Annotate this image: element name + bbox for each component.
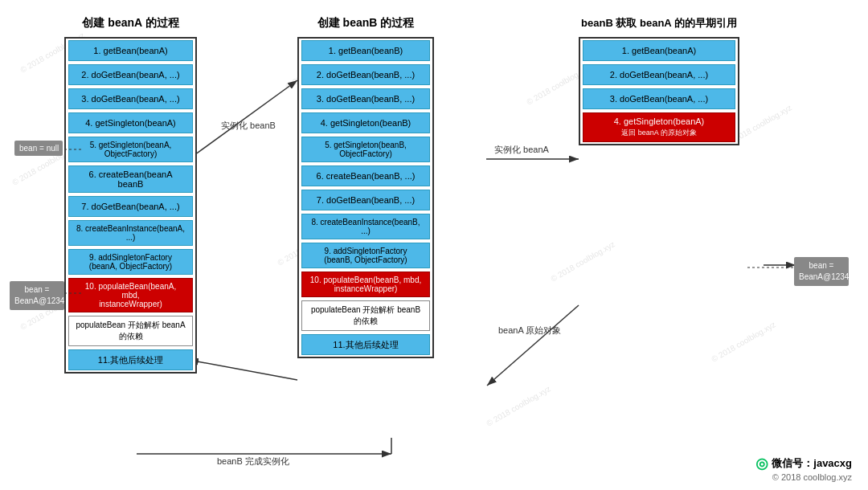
beana-step9: 9. addSingletonFactory(beanA, ObjectFact…: [68, 249, 193, 275]
beanb-step4: 4. getSingleton(beanB): [301, 112, 430, 133]
beanb-section: 创建 beanB 的过程 1. getBean(beanB) 2. doGetB…: [297, 16, 434, 358]
beana-step10-label: populateBean 开始解析 beanA 的依赖: [68, 316, 193, 346]
beana-step7: 7. doGetBean(beanA, ...): [68, 196, 193, 217]
beanb-step11: 11.其他后续处理: [301, 334, 430, 355]
beana-box: 1. getBean(beanA) 2. doGetBean(beanA, ..…: [64, 37, 197, 374]
beana-label-null: bean = null: [14, 141, 63, 156]
beana-step6: 6. createBean(beanA beanB: [68, 165, 193, 193]
beanb-step1: 1. getBean(beanB): [301, 40, 430, 61]
beanb-step10-label: populateBean 开始解析 beanB 的依赖: [301, 300, 430, 331]
brand-label: ◎ 微信号：javacxg: [755, 455, 852, 472]
beana-step3: 3. doGetBean(beanA, ...): [68, 88, 193, 109]
label-instantiate-beanb: 实例化 beanB: [221, 120, 276, 130]
svg-line-2: [189, 80, 297, 159]
earlyref-step4: 4. getSingleton(beanA) 返回 beanA 的原始对象: [583, 112, 735, 142]
beana-step4: 4. getSingleton(beanA): [68, 112, 193, 133]
beana-step5: 5. getSingleton(beanA,ObjectFactory): [68, 137, 193, 162]
label-beanb-complete: beanB 完成实例化: [217, 456, 289, 466]
beana-section: 创建 beanA 的过程 1. getBean(beanA) 2. doGetB…: [64, 16, 197, 374]
svg-line-3: [189, 360, 297, 380]
earlyref-step3: 3. doGetBean(beanA, ...): [583, 88, 735, 109]
beana-title: 创建 beanA 的过程: [64, 16, 197, 31]
beanb-step9: 9. addSingletonFactory(beanB, ObjectFact…: [301, 243, 430, 268]
brand-text: 微信号：javacxg: [772, 456, 852, 471]
wx-icon: ◎: [755, 455, 768, 472]
beana-step1: 1. getBean(beanA): [68, 40, 193, 61]
copyright-text: © 2018 coolblog.xyz: [755, 472, 852, 482]
beanb-step2: 2. doGetBean(beanB, ...): [301, 64, 430, 85]
beanb-step7: 7. doGetBean(beanB, ...): [301, 190, 430, 210]
svg-line-8: [487, 305, 579, 386]
beana-step10: 10. populateBean(beanA, mbd,instanceWrap…: [68, 278, 193, 312]
beanb-step10: 10. populateBean(beanB, mbd,instanceWrap…: [301, 272, 430, 297]
earlyref-step1: 1. getBean(beanA): [583, 40, 735, 61]
earlyref-label-instance: bean =BeanA@1234: [794, 257, 849, 286]
beanb-step6: 6. createBean(beanB, ...): [301, 165, 430, 186]
footer: ◎ 微信号：javacxg © 2018 coolblog.xyz: [755, 455, 852, 482]
earlyref-step2: 2. doGetBean(beanA, ...): [583, 64, 735, 85]
earlyref-title: beanB 获取 beanA 的的早期引用: [579, 16, 739, 31]
label-beana-original: beanA 原始对象: [498, 325, 561, 335]
beanb-step3: 3. doGetBean(beanB, ...): [301, 88, 430, 109]
beanb-title: 创建 beanB 的过程: [297, 16, 434, 31]
earlyref-box: 1. getBean(beanA) 2. doGetBean(beanA, ..…: [579, 37, 739, 145]
label-instantiate-beana: 实例化 beanA: [494, 145, 550, 154]
beana-step11: 11.其他后续处理: [68, 349, 193, 370]
beana-step8: 8. createBeanInstance(beanA, ...): [68, 220, 193, 246]
beanb-box: 1. getBean(beanB) 2. doGetBean(beanB, ..…: [297, 37, 434, 358]
earlyref-section: beanB 获取 beanA 的的早期引用 1. getBean(beanA) …: [579, 16, 739, 145]
beana-step2: 2. doGetBean(beanA, ...): [68, 64, 193, 85]
beanb-step5: 5. getSingleton(beanB,ObjectFactory): [301, 137, 430, 162]
beana-label-instance: bean =BeanA@1234: [10, 281, 64, 310]
main-container: © 2018 coolblog.xyz © 2018 coolblog.xyz …: [0, 0, 868, 490]
beanb-step8: 8. createBeanInstance(beanB, ...): [301, 214, 430, 239]
